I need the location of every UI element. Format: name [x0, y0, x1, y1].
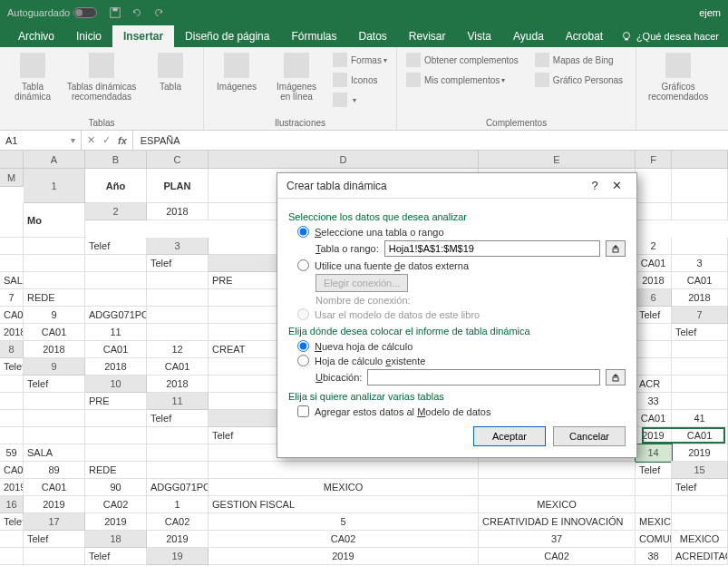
cell[interactable]: 2018 [147, 203, 209, 220]
cell[interactable] [479, 479, 636, 496]
tab-revisar[interactable]: Revisar [398, 25, 457, 47]
redo-icon[interactable] [150, 4, 168, 22]
cell[interactable]: 38 [636, 548, 672, 565]
select-all-corner[interactable] [0, 151, 24, 169]
cell[interactable]: 2 [636, 238, 672, 255]
cell[interactable]: REDE [24, 289, 85, 307]
cell[interactable] [0, 548, 24, 565]
cell[interactable] [24, 255, 85, 272]
cell[interactable]: CA02 [209, 531, 479, 548]
shapes-button[interactable]: Formas▾ [329, 51, 391, 69]
cell[interactable]: 89 [24, 462, 85, 479]
cell[interactable] [672, 169, 728, 203]
cell[interactable]: CA02 [479, 548, 636, 565]
cell[interactable] [672, 376, 728, 393]
cell[interactable]: MEXICO [209, 479, 479, 496]
cell[interactable]: MEXICO [672, 531, 728, 548]
cell[interactable]: 5 [209, 513, 479, 531]
cell[interactable]: 2019 [85, 513, 147, 531]
cell[interactable]: 2019 [0, 479, 24, 496]
radio-new-sheet[interactable] [297, 340, 309, 352]
row-header[interactable]: 17 [24, 513, 85, 531]
recommended-charts-button[interactable]: Gráficos recomendados [642, 51, 714, 102]
cancel-fx-icon[interactable]: ✕ [87, 134, 95, 146]
cell[interactable]: ACR [636, 376, 672, 393]
cell[interactable]: SALA [24, 444, 85, 462]
cell[interactable]: CA01 [636, 255, 672, 272]
cell[interactable]: 41 [672, 410, 728, 427]
autosave-toggle[interactable] [73, 7, 97, 18]
cell[interactable]: 3 [672, 255, 728, 272]
cell[interactable]: CA01 [636, 410, 672, 427]
row-header[interactable]: 11 [147, 393, 209, 410]
cell[interactable] [636, 479, 672, 496]
name-box[interactable]: A1▾ [0, 131, 82, 150]
cell[interactable] [636, 169, 672, 203]
more-illustrations-button[interactable]: ▾ [329, 91, 391, 109]
cell[interactable]: Telef [636, 462, 672, 479]
cell[interactable]: Telef [147, 410, 209, 427]
row-header[interactable]: 2 [85, 203, 147, 220]
row-header[interactable]: 14 [636, 444, 672, 462]
tab-datos[interactable]: Datos [347, 25, 397, 47]
range-picker-button[interactable] [606, 240, 626, 257]
tab-inicio[interactable]: Inicio [65, 25, 112, 47]
radio-existing-sheet[interactable] [297, 355, 309, 366]
cell[interactable] [0, 203, 24, 238]
tab-diseno[interactable]: Diseño de página [174, 25, 280, 47]
icons-button[interactable]: Iconos [329, 71, 391, 89]
cell[interactable] [85, 444, 147, 462]
row-header[interactable]: 15 [672, 462, 728, 479]
cell[interactable] [672, 513, 728, 531]
cell[interactable]: REDE [85, 462, 147, 479]
row-header[interactable]: 10 [85, 376, 147, 393]
cell[interactable]: 2019 [672, 444, 728, 462]
my-addins-button[interactable]: Mis complementos▾ [403, 71, 522, 89]
column-header[interactable] [672, 151, 728, 169]
cell[interactable] [209, 462, 479, 479]
cell[interactable]: Telef [0, 358, 24, 376]
cell[interactable]: 2018 [672, 289, 728, 307]
cell[interactable]: ACREDITACIÓN DOCENTE [672, 548, 728, 565]
column-header[interactable]: A [24, 151, 85, 169]
cell[interactable] [0, 427, 24, 444]
radio-select-range[interactable] [297, 226, 309, 238]
range-input[interactable] [384, 240, 600, 257]
column-header[interactable]: M [0, 169, 24, 187]
row-header[interactable]: 8 [0, 341, 24, 358]
cell[interactable] [0, 376, 24, 393]
cell[interactable]: 59 [0, 444, 24, 462]
row-header[interactable]: 6 [636, 289, 672, 307]
cell[interactable]: Telef [0, 513, 24, 531]
cell[interactable]: Telef [672, 479, 728, 496]
cell[interactable] [0, 393, 24, 410]
location-picker-button[interactable] [606, 369, 626, 385]
cell[interactable]: 2018 [147, 376, 209, 393]
opt-select-range[interactable]: Seleccione una tabla o rango [297, 226, 626, 238]
cell[interactable] [24, 410, 85, 427]
cell[interactable]: 2018 [0, 324, 24, 341]
tell-me-box[interactable]: ¿Qué desea hacer [620, 25, 719, 47]
cell[interactable]: Mo [24, 203, 85, 238]
opt-new-sheet[interactable]: Nueva hoja de cálculo [297, 340, 626, 352]
cell[interactable]: ADGG071PO [85, 307, 147, 324]
cell[interactable]: 11 [85, 324, 147, 341]
cell[interactable]: 9 [24, 307, 85, 324]
cell[interactable]: SALA [0, 272, 24, 289]
cell[interactable] [672, 238, 728, 255]
cell[interactable] [85, 289, 147, 307]
cell[interactable] [0, 410, 24, 427]
cell[interactable]: Telef [24, 531, 85, 548]
cell[interactable] [636, 203, 672, 220]
cell[interactable] [636, 324, 672, 341]
cell[interactable]: 33 [636, 393, 672, 410]
cell[interactable]: Telef [672, 324, 728, 341]
cell[interactable]: 1 [147, 496, 209, 513]
cell[interactable]: CA02 [147, 513, 209, 531]
cell[interactable] [85, 427, 147, 444]
cell[interactable]: CA01 [24, 324, 85, 341]
cell[interactable] [479, 462, 636, 479]
online-images-button[interactable]: Imágenes en línea [269, 51, 324, 102]
column-header[interactable]: B [85, 151, 147, 169]
cell[interactable] [0, 531, 24, 548]
